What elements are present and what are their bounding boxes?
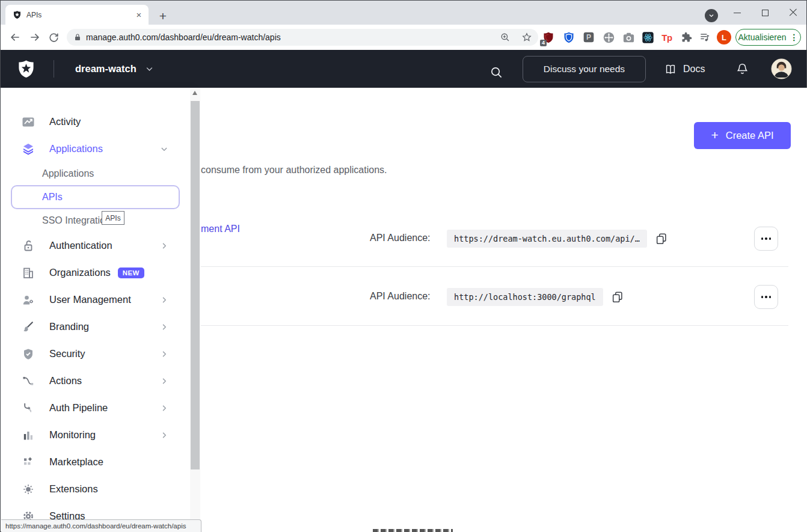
book-icon [664, 63, 677, 76]
extensions-burst-icon [21, 482, 35, 497]
copy-icon[interactable] [611, 290, 624, 304]
sidebar-item-actions[interactable]: Actions [1, 367, 190, 394]
auth0-logo[interactable] [16, 59, 36, 79]
sidebar-item-marketplace[interactable]: Marketplace [1, 448, 190, 475]
back-icon[interactable] [5, 28, 25, 47]
address-bar[interactable]: manage.auth0.com/dashboard/eu/dream-watc… [67, 29, 538, 46]
close-button[interactable] [780, 1, 806, 25]
chrome-profile-avatar[interactable]: L [717, 30, 731, 44]
api-name-link[interactable]: ment API [201, 224, 240, 234]
camera-extension-icon[interactable] [621, 30, 636, 44]
sidebar-item-extensions[interactable]: Extensions [1, 475, 190, 503]
discuss-your-needs-button[interactable]: Discuss your needs [523, 56, 646, 82]
auth0-navbar: dream-watch Discuss your needs Docs [1, 50, 806, 88]
browser-toolbar: manage.auth0.com/dashboard/eu/dream-watc… [1, 25, 806, 50]
extensions-puzzle-icon[interactable] [679, 30, 693, 44]
api-audience-value: https://dream-watch.eu.auth0.com/api/… [447, 230, 647, 248]
nav-divider [54, 60, 54, 78]
paintbrush-icon [21, 320, 35, 334]
minimize-button[interactable] [724, 1, 750, 25]
row-menu-button[interactable] [754, 227, 778, 251]
browser-tab[interactable]: APIs × [5, 5, 149, 25]
apis-tooltip: APIs [102, 211, 124, 225]
grid-plus-icon [21, 455, 35, 469]
lock-icon [74, 33, 81, 41]
maximize-button[interactable] [752, 1, 778, 25]
sidebar-subitem-apis[interactable]: APIs [1, 185, 190, 209]
tab-search-button[interactable] [705, 9, 718, 22]
sidebar-item-organizations[interactable]: Organizations NEW [1, 259, 190, 286]
activity-chart-icon [21, 115, 35, 129]
plus-icon: + [711, 128, 718, 142]
tp-extension-label: Tp [661, 32, 672, 43]
ublock-badge: 4 [540, 40, 547, 46]
tenant-name: dream-watch [75, 63, 137, 75]
sidebar-item-auth-pipeline[interactable]: Auth Pipeline [1, 394, 190, 421]
flow-icon [21, 374, 35, 388]
user-gear-icon [21, 293, 35, 307]
sidebar-item-user-management[interactable]: User Management [1, 286, 190, 313]
sidebar-subitem-applications[interactable]: Applications [1, 162, 190, 185]
reload-icon[interactable] [44, 28, 63, 47]
row-divider [201, 325, 788, 326]
user-avatar[interactable] [771, 58, 792, 79]
copy-icon[interactable] [655, 232, 668, 245]
chevron-right-icon [159, 322, 170, 332]
titlebar: APIs × + [1, 1, 806, 25]
sidebar-scrollbar[interactable] [190, 88, 200, 532]
bar-chart-icon [21, 428, 35, 442]
p-extension-letter: P [581, 30, 596, 44]
scrollbar-up-arrow[interactable] [192, 91, 197, 95]
sidebar-item-branding[interactable]: Branding [1, 313, 190, 340]
sidebar-item-activity[interactable]: Activity [1, 108, 190, 135]
create-api-button[interactable]: + Create API [694, 122, 791, 149]
chevron-right-icon [159, 430, 170, 441]
api-audience-label: API Audience: [370, 291, 431, 302]
page-content: + Create API consume from your authorize… [1, 88, 807, 532]
tab-close-icon[interactable]: × [134, 10, 144, 20]
new-badge: NEW [118, 268, 144, 278]
tenant-switcher[interactable]: dream-watch [75, 50, 154, 88]
forward-icon[interactable] [25, 28, 44, 47]
auth0-favicon [13, 10, 22, 19]
sidebar-item-applications[interactable]: Applications [1, 135, 190, 162]
sidebar-item-monitoring[interactable]: Monitoring [1, 421, 190, 448]
chrome-menu-icon: ⋮ [790, 32, 799, 42]
chrome-update-button[interactable]: Aktualisieren ⋮ [735, 29, 801, 46]
chevron-down-icon [145, 64, 154, 73]
layers-icon [21, 142, 35, 156]
bitwarden-extension-icon[interactable] [562, 30, 576, 44]
sidebar-item-authentication[interactable]: Authentication [1, 232, 190, 259]
chevron-down-icon [159, 144, 170, 154]
bookmark-star-icon[interactable] [521, 32, 532, 43]
lock-icon [21, 239, 35, 253]
chevron-right-icon [159, 295, 170, 305]
playlist-extension-icon[interactable] [698, 30, 712, 44]
sidebar-item-security[interactable]: Security [1, 340, 190, 367]
page-intro-text: consume from your authorized application… [201, 165, 387, 176]
tab-title: APIs [26, 11, 134, 19]
move-tool-extension-icon[interactable] [601, 30, 616, 44]
tampermonkey-tp-extension-icon[interactable]: Tp [660, 30, 674, 44]
docs-label: Docs [683, 64, 705, 75]
react-devtools-extension-icon[interactable] [640, 30, 655, 44]
pipeline-icon [21, 401, 35, 415]
scrollbar-thumb[interactable] [191, 101, 200, 469]
chevron-right-icon [159, 349, 170, 359]
notifications-bell-icon[interactable] [735, 62, 749, 76]
ublock-extension-icon[interactable]: 4 [541, 30, 556, 44]
api-audience-label: API Audience: [370, 233, 431, 243]
building-icon [21, 266, 35, 280]
search-icon[interactable] [489, 66, 503, 79]
browser-window: APIs × + manage.auth0.com/dashboard/eu/d… [0, 0, 807, 532]
chevron-right-icon [159, 240, 170, 251]
update-label: Aktualisieren [738, 32, 786, 42]
sidebar-subitem-sso-integrations[interactable]: SSO Integrations [1, 209, 190, 232]
status-bar: https://manage.auth0.com/dashboard/eu/dr… [1, 519, 201, 532]
docs-link[interactable]: Docs [664, 50, 705, 88]
new-tab-button[interactable]: + [155, 8, 171, 25]
zoom-indicator-icon[interactable] [500, 32, 511, 43]
p-extension-icon[interactable]: P [581, 30, 596, 44]
row-menu-button[interactable] [754, 285, 778, 309]
shield-check-icon [21, 347, 35, 361]
